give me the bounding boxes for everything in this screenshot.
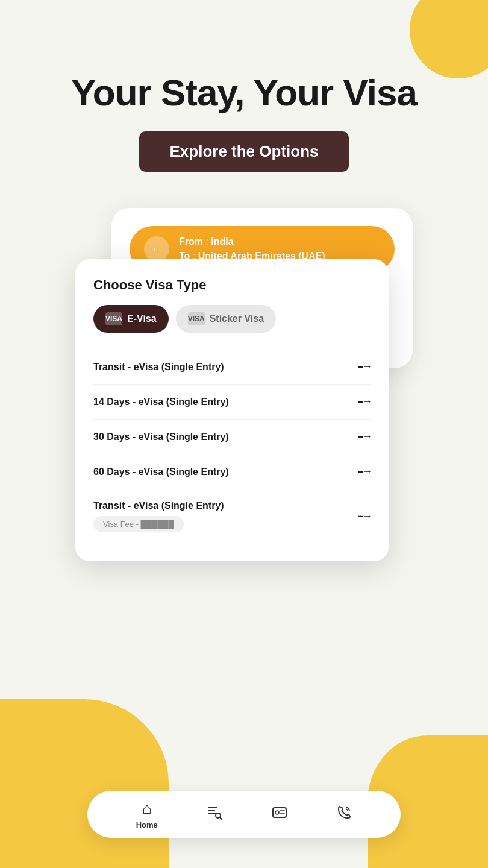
nav-search[interactable] <box>207 805 222 825</box>
visa-list-item[interactable]: Transit - eVisa (Single Entry) Visa Fee … <box>93 489 371 543</box>
visa-item-name: 30 Days - eVisa (Single Entry) <box>93 432 229 442</box>
visa-options-card: Choose Visa Type VISA E-Visa VISA Sticke… <box>75 259 389 561</box>
visa-list-item[interactable]: Transit - eVisa (Single Entry) --→ <box>93 350 371 385</box>
home-icon: ⌂ <box>142 799 152 818</box>
nav-home-label: Home <box>136 820 158 829</box>
arrow-icon: --→ <box>358 510 371 523</box>
visa-list-item[interactable]: 14 Days - eVisa (Single Entry) --→ <box>93 385 371 420</box>
nav-phone[interactable] <box>336 805 352 825</box>
visa-type-toggle: VISA E-Visa VISA Sticker Visa <box>93 305 371 333</box>
sticker-visa-button[interactable]: VISA Sticker Visa <box>176 305 276 333</box>
visa-fee-badge: Visa Fee - ██████ <box>93 516 184 532</box>
nav-id[interactable] <box>272 805 287 825</box>
back-button[interactable]: ← <box>144 236 169 262</box>
svg-line-4 <box>220 817 222 819</box>
page-title: Your Stay, Your Visa <box>71 72 417 113</box>
arrow-icon: --→ <box>358 465 371 478</box>
choose-visa-title: Choose Visa Type <box>93 277 371 293</box>
sticker-icon: VISA <box>188 312 205 326</box>
visa-list-item[interactable]: 30 Days - eVisa (Single Entry) --→ <box>93 420 371 454</box>
visa-item-name: 14 Days - eVisa (Single Entry) <box>93 397 229 407</box>
svg-point-6 <box>275 811 279 814</box>
svg-rect-0 <box>208 807 217 808</box>
back-arrow-icon: ← <box>151 242 163 256</box>
search-list-icon <box>207 805 222 825</box>
evisa-button[interactable]: VISA E-Visa <box>93 305 169 333</box>
svg-rect-2 <box>208 813 216 814</box>
visa-item-name: 60 Days - eVisa (Single Entry) <box>93 467 229 477</box>
visa-list-item[interactable]: 60 Days - eVisa (Single Entry) --→ <box>93 454 371 489</box>
nav-home[interactable]: ⌂ Home <box>136 799 158 829</box>
evisa-icon: VISA <box>105 312 122 326</box>
explore-options-button[interactable]: Explore the Options <box>139 131 348 172</box>
svg-rect-1 <box>208 810 215 811</box>
id-card-icon <box>272 805 287 825</box>
bottom-navigation: ⌂ Home <box>87 791 401 838</box>
arrow-icon: --→ <box>358 360 371 373</box>
from-value: India <box>211 236 233 247</box>
phone-icon <box>336 805 352 825</box>
arrow-icon: --→ <box>358 430 371 443</box>
visa-item-name: Transit - eVisa (Single Entry) <box>93 500 224 511</box>
arrow-icon: --→ <box>358 395 371 408</box>
from-label: From <box>179 236 203 247</box>
decoration-bottom-left <box>0 699 169 868</box>
outer-card: ← From : India To : United Arab Emirates… <box>111 208 413 368</box>
visa-item-name: Transit - eVisa (Single Entry) <box>93 362 224 373</box>
